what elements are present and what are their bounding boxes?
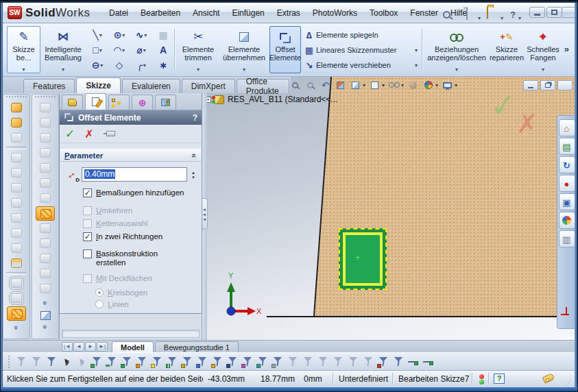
filter-icon[interactable] bbox=[121, 356, 133, 368]
ribbon-tab[interactable]: DimXpert bbox=[182, 79, 235, 93]
new-document-icon[interactable] bbox=[466, 8, 479, 19]
menu-item[interactable]: Einfügen bbox=[226, 6, 270, 20]
left-toolbar-button[interactable] bbox=[36, 131, 55, 145]
distance-spinner[interactable]: ▴ ▾ bbox=[189, 170, 197, 180]
dropdown-arrow-icon[interactable]: ▾ bbox=[99, 32, 102, 38]
sketch-tool[interactable]: ◇ bbox=[108, 58, 130, 73]
filter-icon[interactable] bbox=[91, 356, 103, 368]
collapse-chevron-icon[interactable]: « bbox=[190, 153, 200, 158]
document-restore-button[interactable] bbox=[540, 80, 555, 90]
checkbox-unchecked[interactable] bbox=[83, 219, 92, 228]
tab-nav-button[interactable]: ► bbox=[85, 342, 96, 352]
trim-entities-button[interactable]: ✂ Elemente trimmen ▾ bbox=[178, 26, 219, 73]
zoom-to-area-icon[interactable] bbox=[304, 79, 316, 90]
sketch-tool[interactable]: A bbox=[152, 42, 174, 58]
toolbar-overflow-chevron[interactable]: » bbox=[41, 290, 49, 316]
convert-entities-button[interactable]: Elemente übernehmen ▾ bbox=[221, 26, 267, 73]
tab-nav-button[interactable]: |◄ bbox=[62, 342, 73, 352]
ribbon-tab[interactable]: Office Produkte bbox=[237, 79, 289, 93]
quick-tips-button[interactable]: ? bbox=[494, 373, 505, 384]
left-toolbar-button[interactable] bbox=[7, 151, 26, 165]
filter-icon[interactable] bbox=[166, 356, 178, 368]
horizontal-scrollbar[interactable] bbox=[62, 330, 200, 338]
menu-item[interactable]: Datei bbox=[103, 6, 134, 20]
left-toolbar-button[interactable] bbox=[7, 131, 26, 145]
sketch-tool[interactable]: ⊙ ▾ bbox=[108, 27, 130, 42]
filter-icon[interactable] bbox=[151, 356, 163, 368]
tab-dimxpert-manager[interactable]: ⊕ bbox=[132, 95, 153, 110]
menu-item[interactable]: Bearbeiten bbox=[134, 6, 186, 20]
tab-feature-manager[interactable] bbox=[62, 95, 83, 110]
filter-icon[interactable] bbox=[211, 356, 224, 368]
tab-property-manager[interactable] bbox=[85, 93, 106, 110]
filter-icon[interactable] bbox=[45, 356, 58, 368]
filter-icon[interactable] bbox=[181, 356, 193, 368]
left-toolbar-button[interactable] bbox=[36, 161, 55, 175]
dropdown-arrow-icon[interactable]: ▾ bbox=[99, 47, 102, 53]
dropdown-arrow-icon[interactable]: ▾ bbox=[143, 47, 146, 53]
selected-sketch-rectangle[interactable] bbox=[343, 232, 383, 286]
left-toolbar-button[interactable] bbox=[7, 241, 26, 256]
hide-show-arrow[interactable]: ▾ bbox=[401, 82, 404, 88]
document-close-button[interactable] bbox=[557, 80, 573, 90]
filter-icon[interactable] bbox=[136, 356, 148, 368]
task-pane-tab[interactable] bbox=[559, 156, 575, 173]
section-view-icon[interactable] bbox=[335, 79, 346, 90]
reverse-checkbox-row[interactable]: Umkehren bbox=[83, 206, 202, 215]
tab-nav-button[interactable]: ◄ bbox=[73, 342, 84, 352]
menu-item[interactable]: Toolbox bbox=[363, 6, 404, 20]
left-toolbar-button[interactable] bbox=[7, 211, 26, 225]
filter-icon[interactable] bbox=[241, 356, 254, 368]
edit-appearance-icon[interactable] bbox=[422, 79, 434, 90]
bi-directional-checkbox-row[interactable]: ✓ In zwei Richtungen bbox=[83, 232, 202, 241]
left-toolbar-button[interactable] bbox=[7, 256, 26, 271]
move-entities-button[interactable]: ↘ Elemente verschieben ▾ bbox=[302, 58, 418, 73]
dropdown-arrow-icon[interactable]: ▾ bbox=[415, 47, 418, 53]
sketch-tool[interactable]: ◠ ▾ bbox=[108, 42, 130, 58]
dropdown-arrow-icon[interactable]: ▾ bbox=[415, 62, 418, 69]
ribbon-tab[interactable]: Evaluieren bbox=[122, 79, 180, 93]
dropdown-arrow-icon[interactable]: ▾ bbox=[144, 32, 147, 38]
toolbar-drag-handle[interactable] bbox=[8, 356, 10, 368]
model-tab[interactable]: Bewegungsstudie 1 bbox=[155, 341, 239, 352]
left-toolbar-button[interactable] bbox=[36, 267, 55, 281]
task-pane-tab[interactable] bbox=[559, 175, 575, 192]
checkbox-unchecked[interactable] bbox=[83, 206, 92, 215]
display-delete-relations-button[interactable]: Beziehungen anzeigen/löschen ▾ bbox=[425, 26, 488, 73]
left-toolbar-button[interactable] bbox=[36, 146, 55, 160]
filter-icon[interactable] bbox=[106, 356, 118, 368]
cancel-button[interactable]: ✗ bbox=[84, 127, 93, 140]
offset-preview-outline[interactable]: + bbox=[339, 228, 387, 290]
filter-icon[interactable] bbox=[196, 356, 208, 368]
filter-icon[interactable] bbox=[422, 356, 435, 368]
left-toolbar-button[interactable] bbox=[36, 176, 55, 191]
toolbar-overflow-button[interactable]: » bbox=[564, 44, 569, 54]
menu-item[interactable]: Ansicht bbox=[186, 6, 226, 20]
display-style-arrow[interactable]: ▾ bbox=[382, 82, 385, 88]
repair-sketch-button[interactable]: +✎ Skizze reparieren bbox=[490, 26, 524, 73]
search-icon[interactable] bbox=[443, 9, 455, 20]
zoom-to-fit-icon[interactable] bbox=[289, 79, 301, 90]
left-toolbar-button[interactable] bbox=[7, 226, 26, 241]
filter-icon[interactable] bbox=[317, 356, 329, 368]
ok-button[interactable]: ✓ bbox=[65, 127, 75, 141]
dropdown-arrow-icon[interactable]: ▾ bbox=[143, 62, 146, 69]
parameter-group-header[interactable]: Parameter « bbox=[60, 149, 201, 162]
left-toolbar-button[interactable] bbox=[7, 166, 26, 180]
left-toolbar-button[interactable] bbox=[7, 291, 26, 306]
tab-configuration-manager[interactable] bbox=[108, 95, 130, 110]
filter-icon[interactable] bbox=[377, 356, 389, 368]
left-toolbar-button[interactable] bbox=[7, 101, 26, 115]
toolbar-overflow-chevron[interactable]: » bbox=[41, 314, 49, 340]
left-toolbar-button[interactable] bbox=[7, 116, 26, 130]
filter-icon[interactable] bbox=[256, 356, 269, 368]
toolbar-drag-handle[interactable] bbox=[35, 96, 56, 99]
dropdown-arrow-icon[interactable]: ▾ bbox=[22, 66, 25, 73]
dropdown-arrow-icon[interactable]: ▾ bbox=[455, 66, 458, 73]
filter-icon[interactable] bbox=[30, 356, 43, 368]
left-toolbar-button[interactable] bbox=[7, 196, 26, 210]
sketch-tool[interactable]: ∿ ▾ bbox=[130, 27, 152, 42]
left-toolbar-button[interactable] bbox=[6, 272, 27, 275]
tag-icon[interactable] bbox=[542, 373, 555, 384]
sketch-tool[interactable]: ⊖ ▾ bbox=[86, 58, 108, 73]
